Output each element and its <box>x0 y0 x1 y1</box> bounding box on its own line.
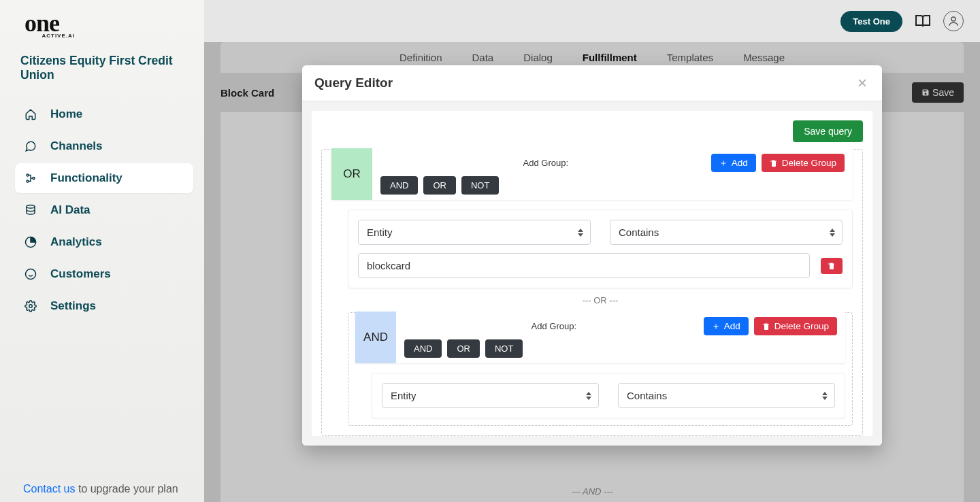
svg-point-1 <box>27 180 29 182</box>
main: Test One Definition Data Dialog Fullfill… <box>204 0 980 502</box>
modal-close-button[interactable]: × <box>855 75 870 91</box>
nav-label: Channels <box>50 139 103 153</box>
nav-label: Customers <box>50 267 111 281</box>
database-icon <box>24 204 37 216</box>
svg-point-7 <box>951 17 956 21</box>
add-condition-button[interactable]: Add <box>711 154 756 172</box>
sort-icon <box>830 228 835 237</box>
topbar: Test One <box>204 0 980 42</box>
op-not-button[interactable]: NOT <box>485 339 523 358</box>
delete-group-label: Delete Group <box>774 321 829 331</box>
query-canvas: Save query OR Add Group: <box>312 111 872 436</box>
op-and-button[interactable]: AND <box>404 339 442 358</box>
field-select[interactable]: Entity <box>358 220 591 245</box>
org-name: Citizens Equity First Credit Union <box>20 54 197 82</box>
plus-icon <box>719 159 728 167</box>
add-group-label: Add Group: <box>404 321 704 331</box>
nav-settings[interactable]: Settings <box>15 291 193 321</box>
nav-label: Functionality <box>50 171 122 185</box>
svg-point-0 <box>27 174 29 176</box>
nav-customers[interactable]: Customers <box>15 259 193 289</box>
trash-icon <box>762 322 770 331</box>
nav-label: AI Data <box>50 203 91 217</box>
delete-group-label: Delete Group <box>782 158 836 168</box>
trash-icon <box>828 262 836 270</box>
svg-point-3 <box>27 205 35 209</box>
gear-icon <box>24 300 37 312</box>
nav-label: Home <box>50 107 82 121</box>
or-badge: OR <box>331 148 372 200</box>
close-icon: × <box>858 73 867 92</box>
test-one-button[interactable]: Test One <box>840 11 902 32</box>
sort-icon <box>822 391 828 400</box>
operator-select[interactable]: Contains <box>618 383 835 408</box>
op-and-button[interactable]: AND <box>380 176 418 195</box>
delete-condition-button[interactable] <box>821 258 843 274</box>
group-header-or: OR Add Group: Add <box>331 148 853 200</box>
trash-icon <box>770 159 778 167</box>
analytics-icon <box>24 236 37 248</box>
operator-select-value: Contains <box>619 227 659 238</box>
sidebar: one ACTIVE.AI Citizens Equity First Cred… <box>0 0 204 502</box>
svg-point-2 <box>33 178 35 180</box>
condition-block: Entity Contains <box>348 210 853 288</box>
query-editor-modal: Query Editor × Save query OR <box>302 65 882 446</box>
group-header-and: AND Add Group: Add <box>355 312 845 363</box>
home-icon <box>24 108 37 120</box>
svg-point-5 <box>26 269 36 280</box>
field-select-value: Entity <box>367 227 393 238</box>
condition-block: Entity Contains <box>372 373 845 418</box>
nav-ai-data[interactable]: AI Data <box>15 195 193 225</box>
operator-select[interactable]: Contains <box>610 220 843 245</box>
operator-select-value: Contains <box>627 390 667 401</box>
delete-group-button[interactable]: Delete Group <box>754 317 837 335</box>
upgrade-rest: to upgrade your plan <box>75 483 178 495</box>
and-badge: AND <box>355 312 396 363</box>
logo: one <box>15 12 197 34</box>
op-or-button[interactable]: OR <box>447 339 480 358</box>
functionality-icon <box>24 172 37 184</box>
op-or-button[interactable]: OR <box>423 176 456 195</box>
nav-label: Settings <box>50 299 96 313</box>
nav-analytics[interactable]: Analytics <box>15 227 193 257</box>
query-group-or: OR Add Group: Add <box>321 149 863 436</box>
nav: Home Channels Functionality AI Data <box>15 97 197 323</box>
upgrade-text: Contact us to upgrade your plan <box>15 476 197 495</box>
nav-home[interactable]: Home <box>15 99 193 129</box>
book-icon[interactable] <box>915 13 931 29</box>
sort-icon <box>578 228 583 237</box>
or-separator: --- OR --- <box>348 288 853 309</box>
logo-sub: ACTIVE.AI <box>15 33 197 39</box>
op-not-button[interactable]: NOT <box>461 176 499 195</box>
value-input[interactable] <box>358 253 810 278</box>
field-select-value: Entity <box>391 390 416 401</box>
modal-body: Save query OR Add Group: <box>302 101 882 446</box>
field-select[interactable]: Entity <box>382 383 599 408</box>
sort-icon <box>586 391 591 400</box>
nav-channels[interactable]: Channels <box>15 131 193 161</box>
svg-point-6 <box>29 305 33 308</box>
contact-link[interactable]: Contact us <box>23 483 75 495</box>
nav-label: Analytics <box>50 235 102 249</box>
query-group-and: AND Add Group: Add <box>348 312 853 426</box>
add-label: Add <box>732 158 748 168</box>
delete-group-button[interactable]: Delete Group <box>762 154 845 172</box>
avatar[interactable] <box>943 11 964 31</box>
save-query-button[interactable]: Save query <box>793 120 863 142</box>
plus-icon <box>712 322 720 331</box>
add-label: Add <box>724 321 740 331</box>
modal-header: Query Editor × <box>302 65 882 101</box>
customers-icon <box>24 268 37 280</box>
channels-icon <box>24 140 37 152</box>
add-group-label: Add Group: <box>380 158 711 168</box>
nav-functionality[interactable]: Functionality <box>15 163 193 193</box>
modal-title: Query Editor <box>314 76 855 90</box>
add-condition-button[interactable]: Add <box>704 317 749 335</box>
